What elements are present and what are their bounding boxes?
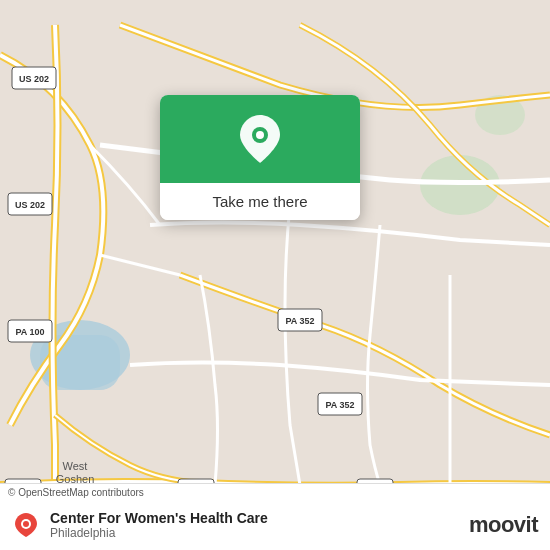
- take-me-there-popup[interactable]: Take me there: [160, 95, 360, 220]
- location-bar: Center For Women's Health Care Philadelp…: [0, 500, 550, 550]
- moovit-logo: moovit: [469, 512, 538, 538]
- svg-point-25: [23, 521, 29, 527]
- map-container: US 202 US 202 PA 100 PA 352 PA 352 PA 3 …: [0, 0, 550, 550]
- location-pin-icon: [240, 115, 280, 163]
- svg-text:PA 352: PA 352: [285, 316, 314, 326]
- map-svg: US 202 US 202 PA 100 PA 352 PA 352 PA 3 …: [0, 0, 550, 550]
- svg-text:PA 100: PA 100: [15, 327, 44, 337]
- location-city: Philadelphia: [50, 526, 469, 540]
- svg-text:US 202: US 202: [19, 74, 49, 84]
- svg-text:West: West: [63, 460, 88, 472]
- svg-text:PA 352: PA 352: [325, 400, 354, 410]
- svg-text:US 202: US 202: [15, 200, 45, 210]
- svg-point-23: [256, 131, 264, 139]
- bottom-bar: © OpenStreetMap contributors Center For …: [0, 483, 550, 550]
- moovit-text: moovit: [469, 512, 538, 538]
- attribution-text: © OpenStreetMap contributors: [0, 484, 550, 500]
- location-name: Center For Women's Health Care: [50, 510, 469, 526]
- take-me-there-label[interactable]: Take me there: [160, 183, 360, 220]
- popup-green-area: [160, 95, 360, 183]
- moovit-pin-icon: [12, 511, 40, 539]
- location-text: Center For Women's Health Care Philadelp…: [50, 510, 469, 540]
